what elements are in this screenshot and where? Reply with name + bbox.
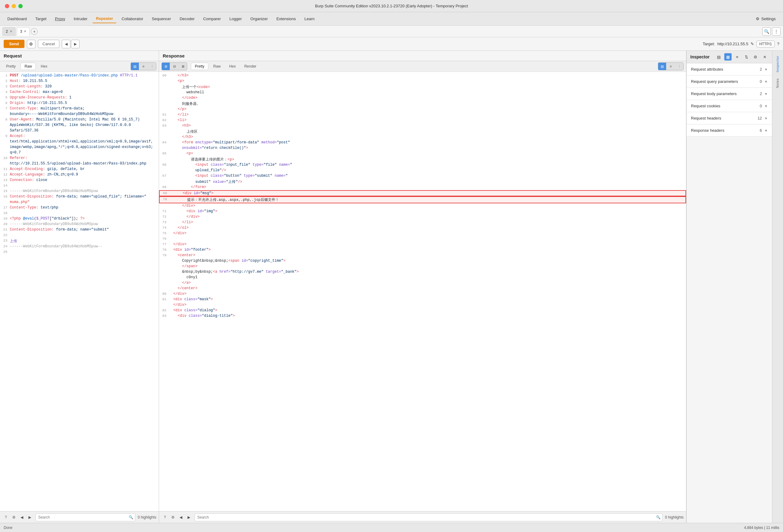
menu-target[interactable]: Target bbox=[32, 15, 50, 23]
tab-2[interactable]: 2 ✕ bbox=[2, 27, 15, 36]
status-bar: Done 4,884 bytes | 11 millis bbox=[0, 523, 783, 532]
response-help-icon[interactable]: ? bbox=[161, 514, 168, 521]
minimize-button[interactable] bbox=[11, 4, 16, 8]
close-button[interactable] bbox=[5, 4, 9, 8]
request-panel-header: Request bbox=[0, 51, 159, 61]
http-help-icon[interactable]: ? bbox=[777, 41, 779, 46]
code-line: 76 bbox=[159, 236, 686, 242]
menu-collaborator[interactable]: Collaborator bbox=[118, 15, 147, 23]
code-line: </div> bbox=[159, 203, 686, 209]
response-nav-back-icon[interactable]: ◀ bbox=[178, 514, 184, 521]
inspector-request-headers[interactable]: Request headers 12 ▼ bbox=[687, 112, 772, 125]
inspector-toggle-1[interactable]: ▤ bbox=[715, 53, 722, 61]
menu-extensions[interactable]: Extensions bbox=[273, 15, 300, 23]
request-code-area[interactable]: 1 POST /upload/upload-labs-master/Pass-0… bbox=[0, 72, 159, 511]
tab-more-icon[interactable]: ⋮ bbox=[772, 27, 781, 36]
request-nav-back-icon[interactable]: ◀ bbox=[18, 514, 25, 521]
send-button[interactable]: Send bbox=[4, 40, 25, 48]
response-tab-hex[interactable]: Hex bbox=[225, 63, 239, 70]
response-tab-raw[interactable]: Raw bbox=[210, 63, 224, 70]
response-view-more[interactable]: ⋮ bbox=[675, 63, 683, 70]
code-line: c0ny1 bbox=[159, 275, 686, 280]
code-line: image/webp,image/apng,*/*;q=0.8,applicat… bbox=[0, 145, 159, 150]
inspector-toggle-2[interactable]: ▦ bbox=[724, 53, 731, 61]
request-search-input[interactable] bbox=[35, 513, 135, 521]
inspector-request-attributes[interactable]: Request attributes 2 ▼ bbox=[687, 63, 772, 75]
http-version-badge[interactable]: HTTP/1 bbox=[756, 41, 775, 47]
request-view-options[interactable]: ⋮ bbox=[148, 63, 156, 70]
response-panel-header: Response bbox=[159, 51, 686, 61]
code-line: 23 上传 bbox=[0, 238, 159, 244]
code-line: 74 </ol> bbox=[159, 225, 686, 231]
inspector-close-icon[interactable]: ✕ bbox=[761, 53, 768, 61]
response-view-normal[interactable]: ▤ bbox=[658, 63, 666, 70]
inspector-response-headers[interactable]: Response headers 6 ▼ bbox=[687, 125, 772, 137]
code-line: 22 bbox=[0, 233, 159, 238]
response-view-wrapped[interactable]: ≡ bbox=[667, 63, 675, 70]
request-help-icon[interactable]: ? bbox=[2, 514, 9, 521]
target-label: Target: bbox=[702, 41, 715, 46]
request-view-normal[interactable]: ▤ bbox=[131, 63, 139, 70]
code-line: 83 <div class="dialog-title"> bbox=[159, 313, 686, 319]
tab-3[interactable]: 3 ✕ bbox=[17, 27, 30, 36]
sidebar-inspector-label[interactable]: Inspector bbox=[776, 53, 779, 75]
response-tab-pretty[interactable]: Pretty bbox=[191, 63, 208, 70]
code-line: 65 <p> bbox=[159, 151, 686, 157]
code-line: 17 Content-Type: text/php bbox=[0, 205, 159, 211]
response-search-bar: ? ⚙ ◀ ▶ 🔍 0 highlights bbox=[159, 511, 686, 523]
right-sidebar: Inspector Notes bbox=[772, 51, 783, 523]
inspector-request-cookies[interactable]: Request cookies 0 ▼ bbox=[687, 100, 772, 112]
window-controls[interactable] bbox=[5, 4, 23, 8]
inspector-request-body-params[interactable]: Request body parameters 2 ▼ bbox=[687, 88, 772, 100]
menu-dashboard[interactable]: Dashboard bbox=[4, 15, 31, 23]
new-tab-button[interactable]: + bbox=[31, 28, 38, 35]
response-view-split[interactable]: ⊞ bbox=[162, 63, 170, 70]
response-nav-forward-icon[interactable]: ▶ bbox=[185, 514, 192, 521]
settings-gear-button[interactable]: ⚙ bbox=[27, 40, 35, 48]
toolbar: Send ⚙ Cancel ◀ ▶ Target: http://10.211.… bbox=[0, 37, 783, 51]
code-line: 82 <div class="dialog"> bbox=[159, 308, 686, 313]
code-line: </p> bbox=[159, 107, 686, 112]
nav-prev-button[interactable]: ◀ bbox=[62, 40, 70, 48]
sidebar-notes-label[interactable]: Notes bbox=[776, 76, 779, 90]
tab-2-close[interactable]: ✕ bbox=[10, 30, 12, 33]
edit-target-icon[interactable]: ✎ bbox=[751, 41, 754, 46]
tab-3-close[interactable]: ✕ bbox=[24, 30, 26, 33]
request-tab-raw[interactable]: Raw bbox=[21, 63, 36, 70]
menu-intruder[interactable]: Intruder bbox=[70, 15, 91, 23]
inspector-request-query-params[interactable]: Request query parameters 0 ▼ bbox=[687, 75, 772, 88]
response-code-area[interactable]: 60 </h3> <p> 上传一个<code> webshell </code> bbox=[159, 72, 686, 511]
inspector-settings-icon[interactable]: ⚙ bbox=[752, 53, 759, 61]
response-view-vert[interactable]: ⊟ bbox=[170, 63, 178, 70]
cancel-button[interactable]: Cancel bbox=[38, 40, 59, 48]
response-view-horiz[interactable]: ⊠ bbox=[179, 63, 187, 70]
menu-proxy[interactable]: Proxy bbox=[52, 15, 69, 23]
response-settings-icon[interactable]: ⚙ bbox=[169, 514, 176, 521]
response-search-input[interactable] bbox=[194, 513, 662, 521]
inspector-chevron-icon: ▼ bbox=[764, 117, 768, 120]
menu-learn[interactable]: Learn bbox=[301, 15, 318, 23]
menu-decoder[interactable]: Decoder bbox=[176, 15, 198, 23]
request-nav-forward-icon[interactable]: ▶ bbox=[26, 514, 33, 521]
menu-logger[interactable]: Logger bbox=[226, 15, 245, 23]
maximize-button[interactable] bbox=[18, 4, 23, 8]
code-line: http://10.211.55.5/upload/upload-labs-ma… bbox=[0, 161, 159, 167]
tab-search-icon[interactable]: 🔍 bbox=[762, 27, 771, 36]
code-line: 68 </form> bbox=[159, 185, 686, 190]
request-tab-pretty[interactable]: Pretty bbox=[2, 63, 19, 70]
inspector-sort-icon[interactable]: ⇅ bbox=[743, 53, 750, 61]
request-view-wrapped[interactable]: ≡ bbox=[139, 63, 148, 70]
request-tab-hex[interactable]: Hex bbox=[37, 63, 51, 70]
inspector-align-icon[interactable]: ≡ bbox=[733, 53, 741, 61]
nav-next-button[interactable]: ▶ bbox=[71, 40, 80, 48]
menu-comparer[interactable]: Comparer bbox=[199, 15, 224, 23]
code-line: 到服务器。 bbox=[159, 101, 686, 107]
code-line: 61 </li> bbox=[159, 112, 686, 118]
response-tab-render[interactable]: Render bbox=[241, 63, 260, 70]
menu-sequencer[interactable]: Sequencer bbox=[148, 15, 175, 23]
menu-repeater[interactable]: Repeater bbox=[92, 14, 117, 23]
menu-organizer[interactable]: Organizer bbox=[247, 15, 272, 23]
request-settings-icon[interactable]: ⚙ bbox=[10, 514, 17, 521]
settings-button[interactable]: ⚙ Settings bbox=[752, 15, 779, 23]
code-line: 72 </div> bbox=[159, 214, 686, 220]
